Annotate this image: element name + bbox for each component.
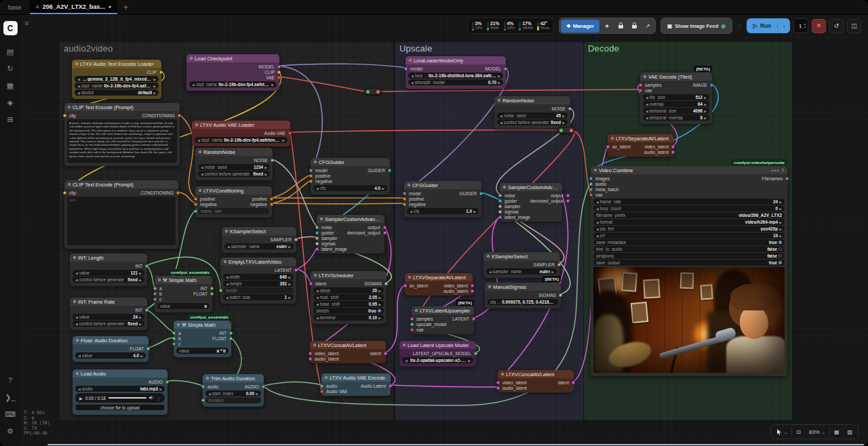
- node-simple-math-1[interactable]: comfyui_essentials⚒ Simple MathabcINTFLO…: [155, 276, 212, 312]
- input-dot[interactable]: [639, 83, 642, 87]
- node-header-random-noise-2[interactable]: RandomNoise: [494, 96, 570, 104]
- node-header-lora-loader-model-only[interactable]: LoraLoaderModelOnly: [406, 56, 506, 64]
- minimap-toggle-button[interactable]: ▨: [843, 425, 856, 439]
- load-latent-upscale-model-widget-value[interactable]: ◀ltx-2-spatial-upscaler-x2-1.0.saf ...▶: [402, 357, 473, 363]
- widget-left-arrow-icon[interactable]: ◀: [208, 392, 211, 396]
- collapse-dot-icon[interactable]: [501, 373, 504, 376]
- input-dot[interactable]: [410, 323, 414, 326]
- random-noise-2-widget-noise_seed[interactable]: ◀noise_seed45▶: [497, 113, 568, 119]
- ltxv-latent-upsampler-in-vae[interactable]: vae: [412, 327, 446, 332]
- widget-left-arrow-icon[interactable]: ◀: [646, 96, 648, 100]
- widget-left-arrow-icon[interactable]: ◀: [77, 91, 80, 95]
- output-dot[interactable]: [294, 238, 298, 241]
- output-dot[interactable]: [165, 380, 169, 384]
- vae-decode-tiled-out-IMAGE[interactable]: IMAGE: [693, 82, 712, 87]
- tab-base[interactable]: base: [0, 0, 30, 14]
- sampler-custom-advanced-2-in-sampler[interactable]: sampler: [500, 203, 530, 209]
- volume-icon[interactable]: [149, 395, 154, 401]
- collapse-dot-icon[interactable]: [158, 279, 161, 281]
- input-dot[interactable]: [201, 385, 205, 388]
- input-dot[interactable]: [219, 289, 222, 292]
- ltxv-concat-av-latent-1-in-audio_latent[interactable]: audio_latent: [310, 356, 339, 361]
- collapse-dot-icon[interactable]: [76, 339, 79, 342]
- random-noise-1-widget-noise_seed[interactable]: ◀noise_seed1234▶: [198, 164, 270, 170]
- sampler-custom-advanced-2-in-latent_image[interactable]: latent_image: [500, 214, 530, 220]
- minimap-button[interactable]: ▦: [830, 425, 844, 439]
- collapse-dot-icon[interactable]: [415, 309, 418, 312]
- sampler-custom-advanced-1-out-output[interactable]: output: [347, 224, 385, 230]
- node-ltxv-separate-av-latent-2[interactable]: LTXVSeparateAVLatentav_latentvideo_laten…: [608, 134, 673, 157]
- widget-right-arrow-icon[interactable]: ▶: [288, 275, 291, 279]
- node-sampler-custom-advanced-1[interactable]: SamplerCustomAdvancednoiseguidersamplers…: [317, 215, 384, 254]
- load-audio-widget-audio[interactable]: ◀audiotabi.mp3▶: [75, 386, 165, 392]
- load-audio-out-AUDIO[interactable]: AUDIO: [149, 379, 167, 384]
- sidebar-workflows-icon[interactable]: ▤: [3, 44, 18, 59]
- input-dot[interactable]: [498, 194, 502, 197]
- output-dot[interactable]: [229, 337, 233, 340]
- node-ltxv-separate-av-latent-1[interactable]: LTXVSeparateAVLatentav_latentvideo_laten…: [405, 273, 473, 296]
- collapse-dot-icon[interactable]: [314, 161, 317, 163]
- ltxv-audio-vae-encode-in-audio[interactable]: audio: [321, 383, 347, 388]
- collapse-dot-icon[interactable]: [320, 218, 323, 220]
- video-combine-in-images[interactable]: images: [591, 176, 618, 181]
- widget-left-arrow-icon[interactable]: ◀: [596, 207, 599, 211]
- input-dot[interactable]: [410, 328, 414, 331]
- ltxv-concat-av-latent-2-in-audio_latent[interactable]: audio_latent: [498, 385, 527, 390]
- sidebar-node-library-icon[interactable]: ▦: [3, 78, 18, 93]
- widget-left-arrow-icon[interactable]: ◀: [226, 275, 229, 279]
- collapse-dot-icon[interactable]: [408, 276, 411, 279]
- sampler-custom-advanced-2-in-sigmas[interactable]: sigmas: [500, 209, 530, 214]
- node-ltxv-audio-vae-loader[interactable]: LTXV Audio VAE LoaderAudio VAE◀ckpt_name…: [192, 121, 290, 146]
- header-icons[interactable]: ●●●: [771, 168, 779, 172]
- output-dot[interactable]: [178, 114, 181, 117]
- simple-math-1-out-FLOAT[interactable]: FLOAT: [193, 291, 212, 296]
- vae-decode-tiled-widget-tile_size[interactable]: ◀tile_size512▶: [643, 94, 709, 100]
- widget-right-arrow-icon[interactable]: ▶: [264, 172, 267, 176]
- output-dot[interactable]: [568, 107, 572, 110]
- ltxv-audio-text-encoder-loader-widget-device[interactable]: ◀devicedefault▶: [75, 89, 159, 96]
- node-header-ltxv-conditioning[interactable]: LTXVConditioning: [195, 186, 272, 195]
- ksampler-select-1-out-SAMPLER[interactable]: SAMPLER: [270, 237, 296, 242]
- ltxv-scheduler-widget-terminal[interactable]: ◀terminal0.10▶: [313, 315, 384, 321]
- empty-ltxv-latent-video-input-length[interactable]: length: [223, 287, 294, 293]
- widget-right-arrow-icon[interactable]: ▶: [378, 296, 381, 300]
- widget-left-arrow-icon[interactable]: ◀: [596, 234, 599, 238]
- widget-left-arrow-icon[interactable]: ◀: [646, 116, 648, 120]
- node-header-ltxv-scheduler[interactable]: LTXVScheduler: [311, 271, 387, 279]
- collapse-dot-icon[interactable]: [206, 377, 209, 380]
- ltxv-audio-text-encoder-loader-widget-value[interactable]: ◀... gemma_3_12B_it_fp4_mixed.safetensor…: [75, 76, 159, 82]
- node-ltxv-concat-av-latent-2[interactable]: LTXVConcatAVLatentvideo_latentaudio_late…: [498, 370, 574, 392]
- node-clip-text-encode-negative[interactable]: CLIP Text Encode (Prompt)clipCONDITIONIN…: [64, 180, 178, 249]
- node-header-empty-ltxv-latent-video[interactable]: EmptyLTXVLatentVideo: [220, 258, 296, 266]
- input-dot[interactable]: [403, 203, 406, 206]
- empty-ltxv-latent-video-widget-height[interactable]: ◀height352▶: [223, 281, 294, 287]
- widget-right-arrow-icon[interactable]: ▶: [288, 282, 291, 286]
- node-manual-sigmas[interactable]: [BETA]ManualSigmasSIGMASsig ...0.909375,…: [485, 283, 561, 308]
- clip-text-encode-negative-text-area[interactable]: text: [67, 197, 176, 245]
- input-dot[interactable]: [153, 287, 157, 290]
- node-cfg-guider-1[interactable]: CFGGuidermodelpositivenegativeGUIDER◀cfg…: [311, 158, 390, 195]
- sidebar-shortcuts-icon[interactable]: ⌨: [3, 407, 18, 422]
- input-dot[interactable]: [201, 399, 205, 402]
- widget-left-arrow-icon[interactable]: ◀: [192, 83, 195, 87]
- widget-right-arrow-icon[interactable]: ▶: [271, 83, 274, 87]
- sampler-custom-advanced-1-in-noise[interactable]: noise: [317, 224, 347, 230]
- output-dot[interactable]: [504, 67, 507, 70]
- node-load-audio[interactable]: Load AudioAUDIO◀audiotabi.mp3▶▶0:00 / 0:…: [73, 369, 167, 415]
- ltxv-audio-vae-encode-out-Audio Latent[interactable]: Audio Latent: [361, 383, 391, 388]
- output-dot[interactable]: [383, 231, 387, 235]
- widget-left-arrow-icon[interactable]: ◀: [75, 271, 78, 275]
- node-header-ltxv-concat-av-latent-1[interactable]: LTXVConcatAVLatent: [310, 341, 386, 349]
- sidebar-templates-icon[interactable]: ⊞: [3, 112, 18, 127]
- node-header-cfg-guider-2[interactable]: CFGGuider: [404, 181, 481, 189]
- input-dot[interactable]: [309, 169, 313, 172]
- widget-right-arrow-icon[interactable]: ▶: [562, 114, 565, 118]
- video-combine-out-Filenames[interactable]: Filenames: [762, 176, 787, 181]
- collapse-dot-icon[interactable]: [325, 376, 328, 379]
- cfg-guider-2-in-positive[interactable]: positive: [404, 196, 426, 201]
- collapse-dot-icon[interactable]: [76, 372, 79, 375]
- ksampler-select-2-out-SAMPLER[interactable]: SAMPLER: [533, 262, 559, 267]
- tab-workflow[interactable]: ≡ 206_A2V_LTX2_bas... ●: [30, 0, 117, 14]
- input-dot[interactable]: [315, 226, 319, 229]
- video-preview[interactable]: [593, 267, 785, 373]
